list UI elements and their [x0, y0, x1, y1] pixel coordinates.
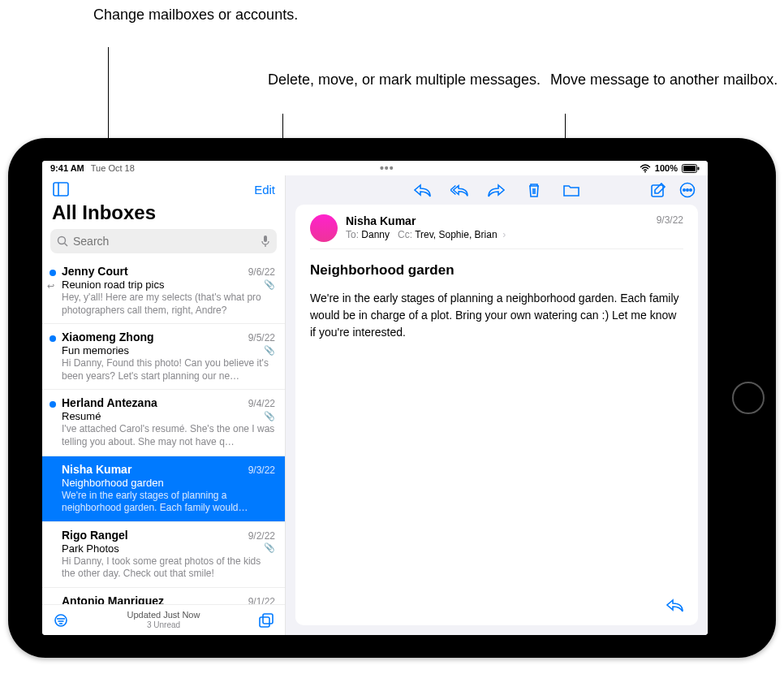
sidebar-title: All Inboxes [42, 200, 285, 229]
msg-preview: Hey, y'all! Here are my selects (that's … [62, 292, 275, 317]
callout-mailboxes: Change mailboxes or accounts. [93, 5, 298, 24]
sidebar: Edit All Inboxes ↩︎Jenny Court9/6/22Reun… [42, 175, 286, 635]
unread-dot-icon [50, 401, 56, 408]
detail-date: 9/3/22 [657, 214, 683, 226]
msg-sender: Jenny Court [62, 265, 128, 278]
msg-subject: Resumé [62, 410, 101, 422]
status-time: 9:41 AM [50, 163, 84, 173]
msg-subject: Park Photos [62, 542, 119, 555]
detail-sender[interactable]: Nisha Kumar [346, 214, 648, 227]
svg-point-9 [55, 615, 67, 626]
ipad-frame: 9:41 AM Tue Oct 18 ••• 100% Edit All Inb… [8, 138, 776, 658]
compose-button[interactable] [649, 181, 667, 199]
reply-button[interactable] [413, 181, 431, 199]
mailboxes-button[interactable] [52, 180, 70, 198]
stack-button[interactable] [257, 611, 275, 629]
callout-edit: Delete, move, or mark multiple messages. [268, 70, 541, 89]
attachment-icon: 📎 [264, 542, 275, 553]
msg-preview: Hi Danny, Found this photo! Can you beli… [62, 357, 275, 382]
attachment-icon: 📎 [264, 279, 275, 290]
detail-toolbar [286, 175, 708, 205]
msg-sender: Rigo Rangel [62, 529, 128, 542]
reply-footer-button[interactable] [666, 596, 683, 614]
svg-rect-13 [260, 617, 269, 627]
msg-sender: Antonio Manriquez [62, 594, 164, 604]
svg-point-19 [690, 189, 691, 191]
svg-point-6 [58, 237, 66, 244]
move-button[interactable] [562, 181, 580, 199]
battery-icon [682, 164, 700, 173]
svg-point-17 [683, 189, 685, 191]
unread-count: 3 Unread [127, 620, 200, 630]
search-icon [57, 235, 68, 247]
svg-line-7 [65, 244, 68, 247]
callout-move: Move message to another mailbox. [550, 70, 778, 89]
msg-subject: Neighborhood garden [62, 477, 164, 489]
svg-rect-8 [264, 235, 267, 242]
unread-dot-icon [50, 270, 56, 276]
message-item[interactable]: Nisha Kumar9/3/22Neighborhood gardenWe'r… [42, 456, 285, 522]
svg-rect-2 [683, 166, 696, 171]
msg-preview: I've attached Carol's resumé. She's the … [62, 423, 275, 448]
msg-preview: Hi Danny, I took some great photos of th… [62, 555, 275, 581]
message-item[interactable]: Rigo Rangel9/2/22Park Photos📎Hi Danny, I… [42, 522, 285, 588]
search-input[interactable] [73, 235, 256, 248]
home-button[interactable] [732, 382, 765, 414]
msg-preview: We're in the early stages of planning a … [62, 490, 275, 515]
attachment-icon: 📎 [264, 411, 275, 421]
svg-rect-4 [54, 183, 68, 196]
detail-text: We're in the early stages of planning a … [310, 290, 683, 341]
wifi-icon [640, 164, 651, 173]
mic-icon[interactable] [261, 235, 270, 248]
detail-recipients[interactable]: To: Danny Cc: Trev, Sophie, Brian › [346, 229, 648, 240]
detail-subject: Neighborhood garden [310, 262, 683, 279]
attachment-icon: 📎 [264, 345, 275, 356]
message-item[interactable]: ↩︎Jenny Court9/6/22Reunion road trip pic… [42, 258, 285, 324]
msg-subject: Fun memories [62, 344, 129, 356]
callouts: Change mailboxes or accounts. Delete, mo… [0, 0, 784, 138]
message-item[interactable]: Xiaomeng Zhong9/5/22Fun memories📎Hi Dann… [42, 324, 285, 390]
msg-date: 9/1/22 [248, 596, 275, 604]
trash-button[interactable] [525, 181, 543, 199]
replied-icon: ↩︎ [47, 281, 54, 292]
msg-date: 9/4/22 [248, 398, 275, 409]
forward-button[interactable] [488, 181, 506, 199]
msg-sender: Herland Antezana [62, 396, 157, 409]
grabber-icon: ••• [380, 162, 394, 175]
svg-rect-14 [263, 614, 273, 624]
svg-point-18 [687, 189, 688, 191]
msg-date: 9/2/22 [248, 530, 275, 542]
screen: 9:41 AM Tue Oct 18 ••• 100% Edit All Inb… [42, 161, 708, 635]
svg-rect-3 [698, 166, 700, 170]
detail-pane: Nisha Kumar To: Danny Cc: Trev, Sophie, … [286, 175, 708, 635]
message-list: ↩︎Jenny Court9/6/22Reunion road trip pic… [42, 258, 285, 604]
msg-sender: Nisha Kumar [62, 463, 131, 476]
message-item[interactable]: Herland Antezana9/4/22Resumé📎I've attach… [42, 390, 285, 456]
msg-date: 9/3/22 [248, 464, 275, 476]
unread-dot-icon [50, 335, 56, 342]
status-bar: 9:41 AM Tue Oct 18 ••• 100% [42, 161, 708, 175]
message-item[interactable]: Antonio Manriquez9/1/22Send photos pleas… [42, 588, 285, 604]
status-date: Tue Oct 18 [91, 163, 135, 173]
more-button[interactable] [678, 181, 696, 199]
message-body: Nisha Kumar To: Danny Cc: Trev, Sophie, … [295, 205, 698, 625]
reply-all-button[interactable] [450, 181, 468, 199]
msg-date: 9/5/22 [248, 332, 275, 343]
avatar[interactable] [310, 214, 338, 242]
battery-pct: 100% [655, 163, 678, 173]
svg-point-0 [644, 171, 646, 172]
msg-date: 9/6/22 [248, 266, 275, 278]
msg-subject: Reunion road trip pics [62, 279, 164, 291]
filter-button[interactable] [52, 611, 70, 629]
edit-button[interactable]: Edit [254, 183, 275, 197]
search-field[interactable] [50, 229, 277, 253]
updated-label: Updated Just Now [127, 610, 200, 620]
chevron-right-icon: › [500, 229, 506, 240]
msg-sender: Xiaomeng Zhong [62, 331, 154, 343]
